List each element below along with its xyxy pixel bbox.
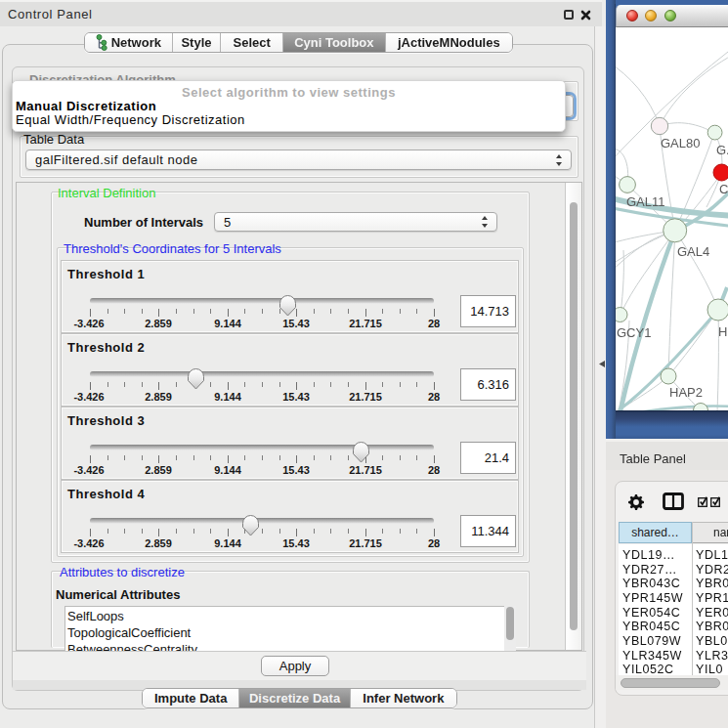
svg-text:GAL4: GAL4 (677, 244, 709, 259)
svg-text:HAP2: HAP2 (669, 385, 703, 400)
svg-text:C: C (719, 182, 728, 196)
svg-text:G.: G. (716, 143, 728, 157)
svg-text:GCY1: GCY1 (617, 325, 651, 340)
svg-text:GAL80: GAL80 (661, 136, 700, 150)
svg-text:GAL11: GAL11 (626, 194, 665, 209)
svg-text:H: H (718, 324, 727, 339)
